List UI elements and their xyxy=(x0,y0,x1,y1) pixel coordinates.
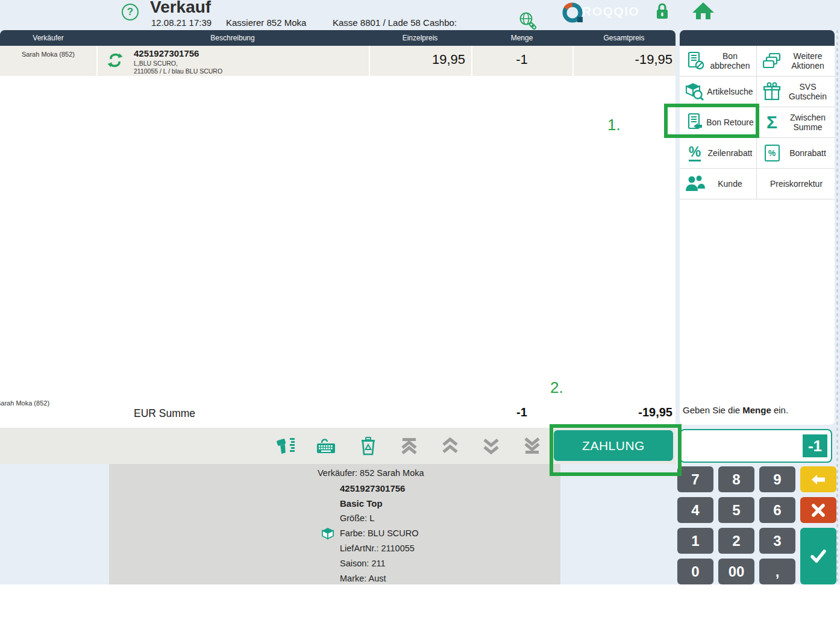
button-bon-abbrechen[interactable]: Bon abbrechen xyxy=(680,46,757,77)
button-label: SVS Gutschein xyxy=(783,82,832,101)
detail-seller: Verkäufer: 852 Sarah Moka xyxy=(318,468,424,478)
table-header: Verkäufer Beschreibung Einzelpreis Menge… xyxy=(0,30,675,46)
row-unit-price: 19,95 xyxy=(369,52,465,67)
pos-screen: ? Verkauf 12.08.21 17:39 Kassierer 852 M… xyxy=(0,0,840,620)
numpad-backspace-icon[interactable] xyxy=(800,466,836,492)
detail-season: Saison: 211 xyxy=(340,559,386,568)
numpad-7[interactable]: 7 xyxy=(677,466,713,492)
button-label: Bon abbrechen xyxy=(706,51,754,70)
button-label: Zeilenrabatt xyxy=(706,148,754,158)
col-verkaeufer: Verkäufer xyxy=(0,30,96,46)
people-icon xyxy=(683,174,706,193)
roqqio-logo-icon xyxy=(561,1,585,27)
row-qty: -1 xyxy=(471,52,572,67)
roqqio-logo-text: ROQQIO xyxy=(582,4,639,19)
col-einzelpreis: Einzelpreis xyxy=(369,30,471,46)
button-label: Weitere Aktionen xyxy=(783,51,832,70)
sidebar-header xyxy=(680,30,835,46)
table-row[interactable]: Sarah Moka (852) 4251927301756 L,BLU SCU… xyxy=(0,46,675,76)
summary-label: EUR Summe xyxy=(134,407,195,420)
numpad-6[interactable]: 6 xyxy=(759,497,795,523)
button-label: Bon Retoure xyxy=(706,117,754,127)
detail-supplier-no: LiefArtNr.: 2110055 xyxy=(340,543,415,553)
receipt-return-icon xyxy=(683,112,706,133)
prompt-pre: Geben Sie die xyxy=(683,405,742,415)
percent-document-icon: % xyxy=(760,145,783,161)
scroll-top-icon[interactable] xyxy=(398,435,420,457)
sigma-icon: Σ xyxy=(760,112,783,133)
quantity-prompt: Geben Sie die Menge ein. xyxy=(683,405,788,415)
button-label: Artikelsuche xyxy=(706,87,754,96)
summary-total: -19,95 xyxy=(572,406,672,419)
button-weitere-aktionen[interactable]: Weitere Aktionen xyxy=(757,46,835,77)
button-label: Preiskorrektur xyxy=(760,179,832,189)
page-up-icon[interactable] xyxy=(439,435,461,457)
scroll-bottom-icon[interactable] xyxy=(521,435,543,457)
box-search-icon xyxy=(683,82,706,101)
button-preiskorrektur[interactable]: Preiskorrektur xyxy=(757,169,835,199)
numpad-00[interactable]: 00 xyxy=(718,559,754,584)
detail-brand: Marke: Aust xyxy=(340,574,386,583)
numpad-comma[interactable]: , xyxy=(759,559,795,584)
detail-size: Größe: L xyxy=(340,513,374,523)
button-label: Zwischen Summe xyxy=(783,113,832,132)
button-label: Kunde xyxy=(706,179,754,189)
row-desc-1: L,BLU SCURO, xyxy=(134,60,178,67)
numpad-1[interactable]: 1 xyxy=(677,528,713,554)
keyboard-icon[interactable] xyxy=(315,435,337,457)
button-artikelsuche[interactable]: Artikelsuche xyxy=(680,77,757,107)
detail-code: 4251927301756 xyxy=(340,483,405,493)
row-article-code: 4251927301756 xyxy=(134,48,199,58)
detail-name: Basic Top xyxy=(340,498,383,509)
header-cashier: Kassierer 852 Moka xyxy=(226,17,306,28)
detail-color: Farbe: BLU SCURO xyxy=(340,528,419,538)
scroll-edge xyxy=(836,30,838,584)
sidebar-button-grid: Bon abbrechen Weitere Aktionen xyxy=(680,46,835,199)
summary-qty: -1 xyxy=(471,406,572,419)
cube-icon xyxy=(321,527,334,542)
numpad-4[interactable]: 4 xyxy=(677,497,713,523)
gift-icon xyxy=(760,82,783,101)
numpad-2[interactable]: 2 xyxy=(718,528,754,554)
header-register: Kasse 8801 / Lade 58 Cashbo: xyxy=(333,17,457,28)
col-gesamtpreis: Gesamtpreis xyxy=(572,30,675,46)
numpad-9[interactable]: 9 xyxy=(759,466,795,492)
col-menge: Menge xyxy=(471,30,572,46)
header-datetime: 12.08.21 17:39 xyxy=(151,17,212,28)
button-zeilenrabatt[interactable]: % Zeilenrabatt xyxy=(680,138,757,169)
receipt-cancel-icon xyxy=(683,51,706,71)
help-icon[interactable]: ? xyxy=(122,4,139,20)
numpad-0[interactable]: 0 xyxy=(677,559,713,584)
percent-underline-icon: % xyxy=(683,145,706,161)
scanner-icon[interactable] xyxy=(275,435,296,457)
col-beschreibung: Beschreibung xyxy=(96,30,369,46)
article-details-panel: Verkäufer: 852 Sarah Moka 4251927301756 … xyxy=(109,464,560,584)
page-down-icon[interactable] xyxy=(480,435,502,457)
numpad-confirm-icon[interactable] xyxy=(800,528,836,584)
button-bonrabatt[interactable]: % Bonrabatt xyxy=(757,138,835,169)
row-seller: Sarah Moka (852) xyxy=(0,51,96,58)
row-total: -19,95 xyxy=(572,52,672,67)
globe-link-icon[interactable] xyxy=(518,11,538,33)
payment-button[interactable]: ZAHLUNG xyxy=(554,430,673,461)
button-kunde[interactable]: Kunde xyxy=(680,169,757,199)
row-desc-2: 2110055 / L / blau BLU SCURO xyxy=(134,67,222,75)
lock-icon[interactable] xyxy=(653,2,671,23)
numpad-3[interactable]: 3 xyxy=(759,528,795,554)
exchange-icon xyxy=(106,51,124,72)
button-label: Bonrabatt xyxy=(783,148,832,158)
button-bon-retoure[interactable]: Bon Retoure xyxy=(680,107,757,138)
bottom-strip xyxy=(0,584,840,620)
button-svs-gutschein[interactable]: SVS Gutschein xyxy=(757,77,835,107)
home-icon[interactable] xyxy=(692,1,715,23)
windows-stack-icon xyxy=(760,52,783,70)
button-zwischensumme[interactable]: Σ Zwischen Summe xyxy=(757,107,835,138)
prompt-post: ein. xyxy=(771,405,788,415)
summary-seller: Sarah Moka (852) xyxy=(0,399,49,407)
quantity-input-value: -1 xyxy=(803,434,827,457)
numpad-cancel-icon[interactable] xyxy=(800,497,836,523)
trash-icon[interactable] xyxy=(357,435,379,457)
numpad-8[interactable]: 8 xyxy=(718,466,754,492)
numpad-5[interactable]: 5 xyxy=(718,497,754,523)
quantity-input[interactable]: -1 xyxy=(680,429,832,463)
